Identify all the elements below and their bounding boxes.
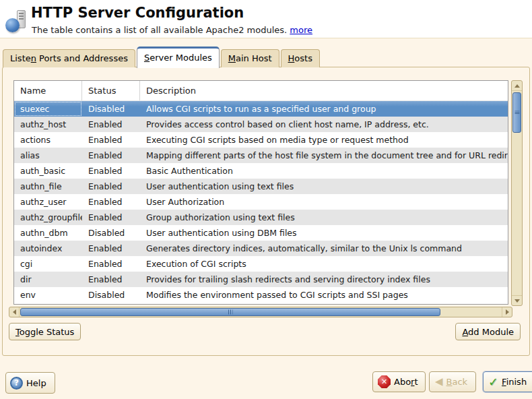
cell-name: authn_file (14, 179, 82, 194)
help-label: Help (26, 378, 46, 388)
abort-button[interactable]: ✕ Abort (372, 371, 426, 392)
cell-description: Execution of CGI scripts (140, 256, 508, 272)
dialog-header: HTTP Server Configuration The table cont… (0, 0, 532, 38)
cell-name: autoindex (14, 241, 82, 256)
cell-description: Group authorization using text files (140, 210, 508, 225)
cell-description: Basic Authentication (140, 163, 508, 179)
tab-listen-ports-and-addresses[interactable]: Listen Ports and Addresses (3, 49, 135, 67)
table-row[interactable]: envDisabledModifies the environment pass… (14, 287, 508, 303)
tab-hosts[interactable]: Hosts (281, 49, 320, 67)
vertical-scroll-thumb[interactable] (512, 92, 521, 133)
table-row[interactable]: authn_dbmDisabledUser authentication usi… (14, 225, 508, 241)
horizontal-scrollbar[interactable] (9, 307, 512, 317)
cell-name: auth_basic (14, 163, 82, 179)
cell-name: dir (14, 272, 82, 287)
cell-status: Disabled (82, 101, 140, 117)
page-title: HTTP Server Configuration (31, 5, 244, 21)
globe-icon (5, 18, 20, 32)
cell-status: Enabled (82, 241, 140, 256)
cell-name: cgi (14, 256, 82, 272)
table-header-row: Name Status Description (14, 81, 508, 101)
cell-description: Modifies the environment passed to CGI s… (140, 287, 508, 303)
horizontal-scroll-thumb[interactable] (20, 308, 440, 316)
back-arrow-icon: ◀ (435, 377, 443, 387)
cell-description: Provides for trailing slash redirects an… (140, 272, 508, 287)
cell-status: Disabled (82, 287, 140, 303)
scroll-up-icon[interactable] (512, 81, 522, 91)
cell-name: authz_user (14, 194, 82, 210)
column-header-description[interactable]: Description (140, 81, 508, 100)
finish-button[interactable]: ✓ Finish (483, 371, 532, 392)
table-row[interactable]: aliasEnabledMapping different parts of t… (14, 148, 508, 163)
cell-description: Mapping different parts of the host file… (140, 148, 508, 163)
table-row[interactable]: suexecDisabledAllows CGI scripts to run … (14, 101, 508, 117)
http-server-icon (5, 9, 30, 34)
cell-description: Executing CGI scripts based on media typ… (140, 132, 508, 148)
scroll-down-icon[interactable] (512, 295, 522, 305)
scroll-right-icon[interactable] (502, 307, 512, 317)
column-header-status[interactable]: Status (82, 81, 140, 100)
back-button[interactable]: ◀ Back (429, 371, 476, 392)
cell-status: Enabled (82, 194, 140, 210)
table-row[interactable]: cgiEnabledExecution of CGI scripts (14, 256, 508, 272)
cell-status: Enabled (82, 272, 140, 287)
cell-name: authn_dbm (14, 225, 82, 241)
table-row[interactable]: authz_userEnabledUser Authorization (14, 194, 508, 210)
finish-check-icon: ✓ (488, 376, 498, 388)
column-header-name[interactable]: Name (14, 81, 82, 100)
cell-status: Enabled (82, 148, 140, 163)
cell-description: Provides access control based on client … (140, 117, 508, 132)
module-table-body: suexecDisabledAllows CGI scripts to run … (14, 101, 508, 303)
cell-status: Enabled (82, 179, 140, 194)
table-row[interactable]: authn_fileEnabledUser authentication usi… (14, 179, 508, 194)
cell-name: authz_host (14, 117, 82, 132)
cell-status: Enabled (82, 256, 140, 272)
add-module-button[interactable]: Add Module (455, 323, 521, 340)
page-subtitle: The table contains a list of all availab… (32, 25, 312, 35)
help-question-icon: ? (10, 377, 23, 390)
table-row[interactable]: authz_groupfileEnabledGroup authorizatio… (14, 210, 508, 225)
cell-description: Generates directory indices, automatical… (140, 241, 508, 256)
cell-status: Enabled (82, 163, 140, 179)
table-row[interactable]: autoindexEnabledGenerates directory indi… (14, 241, 508, 256)
scroll-left-icon[interactable] (9, 307, 20, 317)
toggle-status-button[interactable]: Toggle Status (9, 323, 81, 340)
cell-description: Allows CGI scripts to run as a specified… (140, 101, 508, 117)
cell-status: Disabled (82, 225, 140, 241)
cell-description: User Authorization (140, 194, 508, 210)
table-row[interactable]: dirEnabledProvides for trailing slash re… (14, 272, 508, 287)
help-button[interactable]: ? Help (5, 372, 55, 394)
cell-name: actions (14, 132, 82, 148)
tab-server-modules[interactable]: Server Modules (137, 47, 220, 68)
cell-name: alias (14, 148, 82, 163)
cell-name: suexec (14, 101, 82, 117)
tab-main-host[interactable]: Main Host (221, 49, 279, 67)
abort-stop-icon: ✕ (378, 375, 391, 388)
more-link[interactable]: more (290, 25, 312, 35)
cell-name: env (14, 287, 82, 303)
tab-content-panel: Name Status Description suexecDisabledAl… (2, 67, 530, 356)
subtitle-text: The table contains a list of all availab… (32, 25, 287, 35)
cell-status: Enabled (82, 117, 140, 132)
cell-status: Enabled (82, 132, 140, 148)
table-row[interactable]: auth_basicEnabledBasic Authentication (14, 163, 508, 179)
vertical-scrollbar[interactable] (511, 80, 523, 306)
modules-table: Name Status Description suexecDisabledAl… (13, 80, 508, 305)
cell-description: User authentication using text files (140, 179, 508, 194)
cell-status: Enabled (82, 210, 140, 225)
table-row[interactable]: authz_hostEnabledProvides access control… (14, 117, 508, 132)
cell-description: User authentication using DBM files (140, 225, 508, 241)
cell-name: authz_groupfile (14, 210, 82, 225)
table-row[interactable]: actionsEnabledExecuting CGI scripts base… (14, 132, 508, 148)
tab-bar: Listen Ports and Addresses Server Module… (3, 46, 321, 67)
